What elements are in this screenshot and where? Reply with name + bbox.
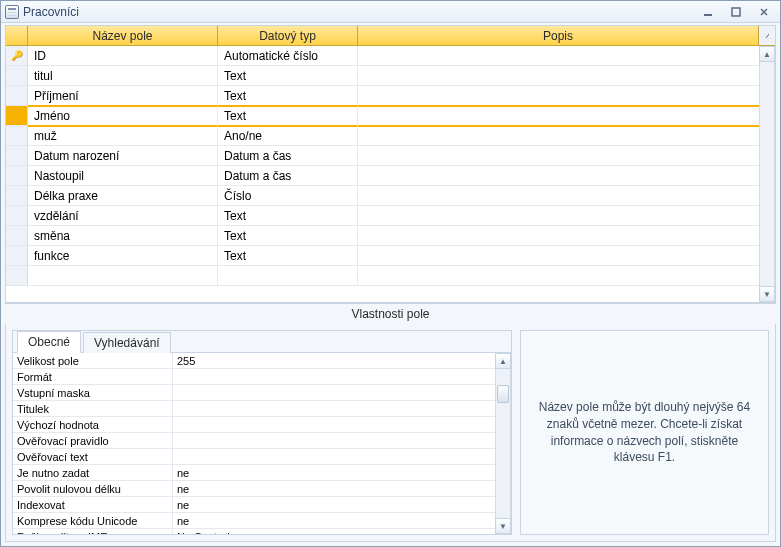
property-row[interactable]: Režim editoru IMENo Control — [13, 529, 495, 534]
field-name-cell[interactable]: vzdělání — [28, 206, 218, 225]
field-name-cell[interactable]: funkce — [28, 246, 218, 265]
property-row[interactable]: Indexovatne — [13, 497, 495, 513]
row-selector[interactable] — [6, 266, 28, 285]
scroll-up-button[interactable]: ▲ — [495, 353, 511, 369]
property-row[interactable]: Výchozí hodnota — [13, 417, 495, 433]
property-value[interactable]: No Control — [173, 529, 495, 534]
property-value[interactable] — [173, 369, 495, 384]
description-cell[interactable] — [358, 86, 775, 105]
property-row[interactable]: Formát — [13, 369, 495, 385]
data-type-cell[interactable]: Text — [218, 105, 358, 127]
maximize-button[interactable] — [724, 4, 748, 20]
field-name-cell[interactable] — [28, 266, 218, 285]
field-row[interactable]: Datum narozeníDatum a čas — [6, 146, 775, 166]
property-row[interactable]: Vstupní maska — [13, 385, 495, 401]
scrollbar-thumb[interactable] — [497, 385, 509, 403]
row-selector[interactable]: 🔑 — [6, 46, 28, 65]
property-value[interactable]: ne — [173, 497, 495, 512]
property-row[interactable]: Ověřovací text — [13, 449, 495, 465]
data-type-cell[interactable]: Datum a čas — [218, 166, 358, 185]
description-cell[interactable] — [358, 66, 775, 85]
field-name-cell[interactable]: titul — [28, 66, 218, 85]
property-value[interactable]: ne — [173, 513, 495, 528]
property-row[interactable]: Povolit nulovou délkune — [13, 481, 495, 497]
field-row[interactable]: JménoText — [6, 106, 775, 126]
field-row[interactable]: NastoupilDatum a čas — [6, 166, 775, 186]
property-value[interactable] — [173, 385, 495, 400]
property-row[interactable]: Komprese kódu Unicodene — [13, 513, 495, 529]
scroll-down-button[interactable]: ▼ — [759, 286, 775, 302]
field-row[interactable]: titulText — [6, 66, 775, 86]
description-cell[interactable] — [358, 105, 775, 127]
row-selector[interactable] — [6, 146, 28, 165]
property-value[interactable] — [173, 401, 495, 416]
description-cell[interactable] — [358, 206, 775, 225]
description-cell[interactable] — [358, 246, 775, 265]
field-row[interactable]: 🔑IDAutomatické číslo — [6, 46, 775, 66]
data-type-cell[interactable]: Číslo — [218, 186, 358, 205]
description-cell[interactable] — [358, 166, 775, 185]
header-field-name[interactable]: Název pole — [28, 26, 218, 45]
field-name-cell[interactable]: Nastoupil — [28, 166, 218, 185]
data-type-cell[interactable] — [218, 266, 358, 285]
row-selector[interactable] — [6, 126, 28, 145]
data-type-cell[interactable]: Text — [218, 246, 358, 265]
property-value[interactable] — [173, 417, 495, 432]
row-selector[interactable] — [6, 246, 28, 265]
property-value[interactable] — [173, 433, 495, 448]
tab-lookup[interactable]: Vyhledávání — [83, 332, 171, 353]
tab-general[interactable]: Obecné — [17, 331, 81, 353]
description-cell[interactable] — [358, 266, 775, 285]
description-cell[interactable] — [358, 46, 775, 65]
data-type-cell[interactable]: Datum a čas — [218, 146, 358, 165]
data-type-cell[interactable]: Text — [218, 66, 358, 85]
field-name-cell[interactable]: Jméno — [28, 105, 218, 127]
description-cell[interactable] — [358, 226, 775, 245]
field-row[interactable] — [6, 266, 775, 286]
field-name-cell[interactable]: Příjmení — [28, 86, 218, 105]
row-selector-header[interactable] — [6, 26, 28, 45]
field-row[interactable]: mužAno/ne — [6, 126, 775, 146]
field-row[interactable]: směnaText — [6, 226, 775, 246]
field-row[interactable]: PříjmeníText — [6, 86, 775, 106]
property-row[interactable]: Ověřovací pravidlo — [13, 433, 495, 449]
field-name-cell[interactable]: směna — [28, 226, 218, 245]
data-type-cell[interactable]: Text — [218, 86, 358, 105]
description-cell[interactable] — [358, 126, 775, 145]
data-type-cell[interactable]: Text — [218, 226, 358, 245]
data-type-cell[interactable]: Text — [218, 206, 358, 225]
property-row[interactable]: Je nutno zadatne — [13, 465, 495, 481]
field-row[interactable]: funkceText — [6, 246, 775, 266]
row-selector[interactable] — [6, 226, 28, 245]
row-selector[interactable] — [6, 166, 28, 185]
property-value[interactable]: 255 — [173, 353, 495, 368]
field-row[interactable]: vzděláníText — [6, 206, 775, 226]
field-name-cell[interactable]: Datum narození — [28, 146, 218, 165]
property-row[interactable]: Velikost pole255 — [13, 353, 495, 369]
field-name-cell[interactable]: muž — [28, 126, 218, 145]
description-cell[interactable] — [358, 146, 775, 165]
property-row[interactable]: Titulek — [13, 401, 495, 417]
row-selector[interactable] — [6, 86, 28, 105]
scroll-up-button[interactable]: ▲ — [759, 46, 775, 62]
property-value[interactable] — [173, 449, 495, 464]
close-button[interactable] — [752, 4, 776, 20]
field-row[interactable]: Délka praxeČíslo — [6, 186, 775, 206]
field-name-cell[interactable]: Délka praxe — [28, 186, 218, 205]
description-cell[interactable] — [358, 186, 775, 205]
row-selector[interactable] — [6, 206, 28, 225]
minimize-button[interactable] — [696, 4, 720, 20]
grid-scrollbar[interactable]: ▲ ▼ — [759, 46, 775, 302]
header-description[interactable]: Popis — [358, 26, 759, 45]
properties-scrollbar[interactable]: ▲ ▼ — [495, 353, 511, 534]
scroll-down-button[interactable]: ▼ — [495, 518, 511, 534]
property-value[interactable]: ne — [173, 481, 495, 496]
row-selector[interactable] — [6, 186, 28, 205]
header-data-type[interactable]: Datový typ — [218, 26, 358, 45]
row-selector[interactable] — [6, 66, 28, 85]
field-name-cell[interactable]: ID — [28, 46, 218, 65]
property-value[interactable]: ne — [173, 465, 495, 480]
data-type-cell[interactable]: Automatické číslo — [218, 46, 358, 65]
data-type-cell[interactable]: Ano/ne — [218, 126, 358, 145]
row-selector[interactable] — [6, 106, 28, 125]
